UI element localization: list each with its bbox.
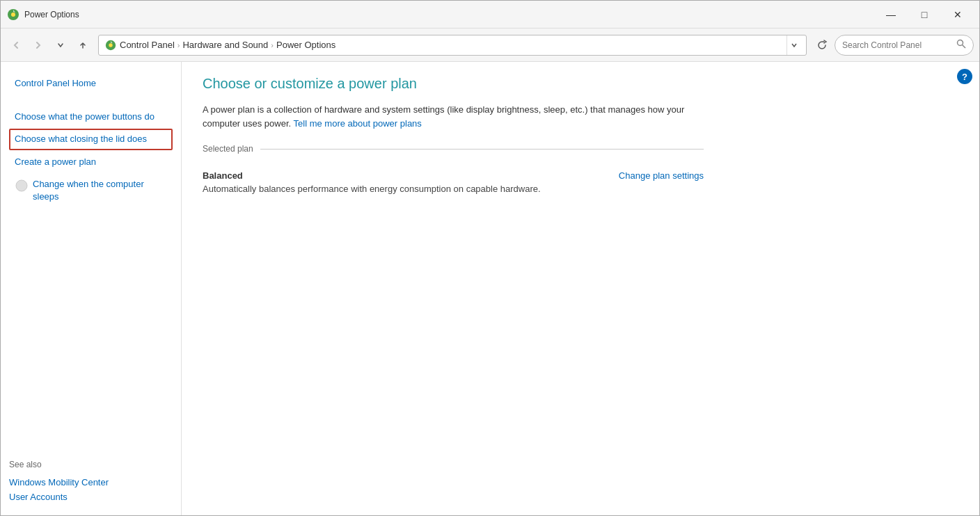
address-bar[interactable]: Control Panel › Hardware and Sound › Pow… bbox=[98, 35, 807, 56]
svg-point-3 bbox=[109, 43, 112, 47]
selected-plan-header: Selected plan bbox=[203, 144, 704, 154]
sidebar-user-accounts-link[interactable]: User Accounts bbox=[9, 490, 173, 504]
sidebar-create-power-plan-link[interactable]: Create a power plan bbox=[9, 152, 173, 172]
minimize-button[interactable]: — bbox=[875, 3, 907, 26]
search-button[interactable] bbox=[956, 39, 966, 51]
nav-bar: Control Panel › Hardware and Sound › Pow… bbox=[1, 29, 979, 62]
svg-point-6 bbox=[16, 180, 27, 191]
refresh-button[interactable] bbox=[812, 35, 832, 55]
plan-row: Balanced Automatically balances performa… bbox=[203, 165, 704, 200]
description-part1: A power plan is a collection of hardware… bbox=[203, 104, 684, 129]
selected-plan-section: Selected plan Balanced Automatically bal… bbox=[203, 144, 704, 200]
dropdown-button[interactable] bbox=[51, 35, 70, 55]
learn-more-link[interactable]: Tell me more about power plans bbox=[294, 118, 422, 129]
main-window: Power Options — □ ✕ Control Pane bbox=[0, 0, 980, 516]
breadcrumb-control-panel[interactable]: Control Panel bbox=[120, 40, 175, 50]
breadcrumb-sep-1: › bbox=[177, 41, 180, 49]
description-text: A power plan is a collection of hardware… bbox=[203, 103, 690, 130]
see-also-label: See also bbox=[9, 460, 173, 469]
sidebar-spacer bbox=[9, 209, 173, 454]
svg-point-4 bbox=[958, 40, 963, 46]
address-dropdown-button[interactable] bbox=[787, 35, 800, 55]
plan-name: Balanced bbox=[203, 170, 541, 181]
maximize-button[interactable]: □ bbox=[908, 3, 940, 26]
sidebar-change-sleep-text: Change when the computer sleeps bbox=[33, 178, 167, 203]
sidebar: Control Panel Home Choose what the power… bbox=[1, 62, 182, 515]
up-button[interactable] bbox=[73, 35, 93, 55]
title-bar: Power Options — □ ✕ bbox=[1, 1, 979, 29]
sidebar-windows-mobility-link[interactable]: Windows Mobility Center bbox=[9, 475, 173, 490]
plan-info: Balanced Automatically balances performa… bbox=[203, 170, 541, 194]
title-bar-text: Power Options bbox=[24, 10, 875, 19]
forward-button[interactable] bbox=[29, 35, 48, 55]
close-button[interactable]: ✕ bbox=[942, 3, 974, 26]
sidebar-power-buttons-link[interactable]: Choose what the power buttons do bbox=[9, 106, 173, 127]
selected-plan-label: Selected plan bbox=[203, 144, 253, 154]
plan-description: Automatically balances performance with … bbox=[203, 184, 541, 194]
search-box[interactable] bbox=[835, 35, 974, 56]
breadcrumb-sep-2: › bbox=[271, 41, 274, 49]
sidebar-control-panel-home[interactable]: Control Panel Home bbox=[9, 73, 173, 94]
svg-point-1 bbox=[11, 13, 15, 17]
selected-plan-divider bbox=[260, 149, 704, 150]
change-plan-settings-link[interactable]: Change plan settings bbox=[619, 170, 704, 181]
title-bar-buttons: — □ ✕ bbox=[875, 3, 974, 26]
window-icon bbox=[6, 8, 20, 22]
back-button[interactable] bbox=[6, 35, 26, 55]
breadcrumb-power-options: Power Options bbox=[276, 40, 335, 50]
breadcrumb: Control Panel › Hardware and Sound › Pow… bbox=[120, 40, 784, 50]
help-button[interactable]: ? bbox=[957, 69, 972, 84]
content-area: Control Panel Home Choose what the power… bbox=[1, 62, 979, 515]
breadcrumb-hardware-sound[interactable]: Hardware and Sound bbox=[182, 40, 268, 50]
moon-icon bbox=[15, 179, 29, 193]
address-bar-icon bbox=[104, 39, 117, 51]
sidebar-change-sleep-link[interactable]: Change when the computer sleeps bbox=[9, 174, 173, 207]
search-input[interactable] bbox=[842, 40, 952, 50]
page-title: Choose or customize a power plan bbox=[203, 76, 958, 92]
main-content: ? Choose or customize a power plan A pow… bbox=[182, 62, 979, 515]
svg-line-5 bbox=[963, 45, 966, 49]
sidebar-closing-lid-link[interactable]: Choose what closing the lid does bbox=[9, 129, 173, 150]
